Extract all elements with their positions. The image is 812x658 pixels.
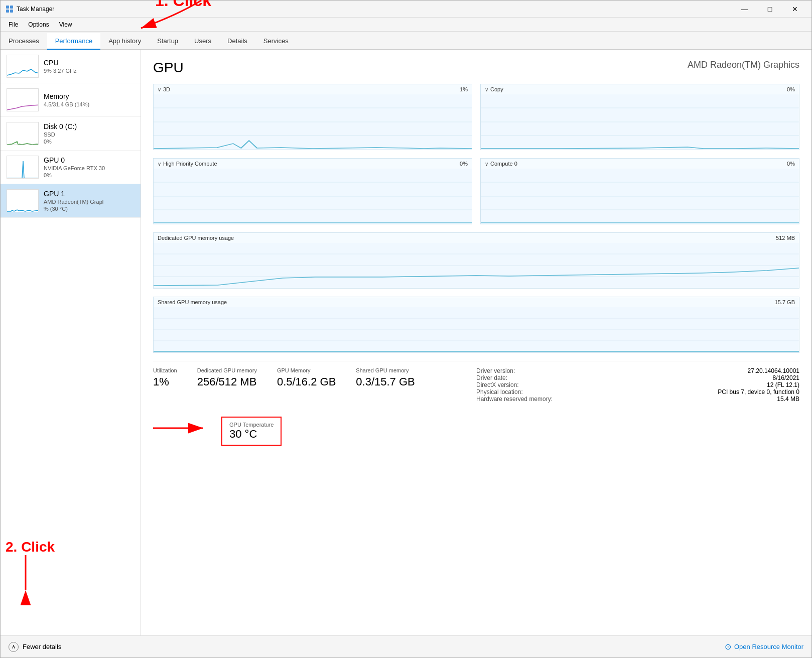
driver-row-3: Physical location: PCI bus 7, device 0, … — [476, 388, 799, 396]
driver-key-0: Driver version: — [476, 367, 515, 374]
driver-key-4: Hardware reserved memory: — [476, 396, 553, 403]
close-button[interactable]: ✕ — [783, 2, 806, 16]
content-area: GPU AMD Radeon(TM) Graphics ∨ 3D 1% — [141, 50, 811, 635]
chart-c0-body — [481, 169, 799, 224]
gpu-title: GPU — [153, 60, 184, 76]
charts-row-2: ∨ High Priority Compute 0% — [153, 158, 799, 224]
sidebar-item-disk0[interactable]: Disk 0 (C:) SSD 0% — [1, 117, 141, 151]
chevron-down-icon: ∨ — [158, 87, 161, 92]
chart-copy-body — [481, 94, 799, 150]
driver-val-0: 27.20.14064.10001 — [748, 367, 799, 374]
disk0-sub1: SSD — [44, 131, 77, 138]
sidebar-item-gpu1[interactable]: GPU 1 AMD Radeon(TM) Grapl % (30 °C) — [1, 184, 141, 218]
chart-c0-label: ∨ Compute 0 0% — [481, 159, 799, 169]
title-bar-left: Task Manager — [6, 5, 54, 13]
sidebar-item-memory[interactable]: Memory 4.5/31.4 GB (14%) — [1, 83, 141, 117]
disk0-sub2: 0% — [44, 139, 77, 145]
chart-shared-body — [154, 307, 799, 352]
menu-options[interactable]: Options — [23, 19, 54, 30]
svg-rect-0 — [6, 6, 9, 9]
chart-hp-label: ∨ High Priority Compute 0% — [154, 159, 472, 169]
sidebar-item-cpu[interactable]: CPU 9% 3.27 GHz — [1, 50, 141, 83]
chart-copy-name: Copy — [490, 86, 503, 92]
svg-rect-8 — [7, 122, 39, 145]
menu-file[interactable]: File — [4, 19, 23, 30]
stat-gmem-label: GPU Memory — [277, 367, 336, 373]
gpu1-info: GPU 1 AMD Radeon(TM) Grapl % (30 °C) — [44, 190, 103, 212]
title-bar: Task Manager 1. Click — □ ✕ — [1, 1, 811, 18]
sidebar-item-gpu0[interactable]: GPU 0 NVIDIA GeForce RTX 30 0% — [1, 151, 141, 184]
app-icon — [6, 5, 14, 13]
open-resource-monitor-link[interactable]: Open Resource Monitor — [734, 643, 803, 650]
chart-3d-body — [154, 94, 472, 150]
stats-section: Utilization 1% Dedicated GPU memory 256/… — [153, 361, 799, 403]
chevron-up-icon: ∧ — [9, 642, 19, 652]
svg-rect-10 — [7, 190, 39, 212]
stat-util-value: 1% — [153, 375, 177, 388]
annotation-click2: 2. Click — [6, 539, 55, 555]
stat-utilization: Utilization 1% — [153, 367, 177, 403]
monitor-icon: ⊙ — [725, 642, 731, 651]
chart-hp-name: High Priority Compute — [163, 161, 217, 167]
stat-util-label: Utilization — [153, 367, 177, 373]
annotation-click1: 1. Click — [155, 0, 211, 10]
gpu0-info: GPU 0 NVIDIA GeForce RTX 30 0% — [44, 156, 105, 178]
driver-key-3: Physical location: — [476, 388, 523, 396]
sidebar: 2. Click — [1, 50, 141, 635]
cpu-info: CPU 9% 3.27 GHz — [44, 59, 76, 74]
svg-rect-7 — [7, 89, 39, 111]
stat-shared-mem: Shared GPU memory 0.3/15.7 GB — [356, 367, 415, 403]
svg-rect-3 — [10, 10, 13, 13]
driver-row-2: DirectX version: 12 (FL 12.1) — [476, 381, 799, 388]
bottom-bar: ∧ Fewer details ⊙ Open Resource Monitor — [1, 635, 811, 657]
cpu-thumb — [7, 55, 39, 78]
tab-users[interactable]: Users — [186, 33, 219, 50]
task-manager-window: Task Manager 1. Click — □ ✕ File Options — [0, 0, 812, 658]
stat-ded-label: Dedicated GPU memory — [197, 367, 257, 373]
fewer-details-btn[interactable]: ∧ Fewer details — [9, 642, 61, 652]
stat-dedicated-mem: Dedicated GPU memory 256/512 MB — [197, 367, 257, 403]
driver-row-0: Driver version: 27.20.14064.10001 — [476, 367, 799, 374]
main-content: 2. Click — [1, 50, 811, 635]
driver-row-4: Hardware reserved memory: 15.4 MB — [476, 396, 799, 403]
menu-view[interactable]: View — [54, 19, 77, 30]
window-title: Task Manager — [17, 6, 54, 13]
minimize-button[interactable]: — — [733, 2, 756, 16]
chart-c0-pct: 0% — [787, 161, 795, 167]
chart-shared-gpu-mem: Shared GPU memory usage 15.7 GB — [153, 297, 799, 353]
tab-bar: Processes Performance App history Startu… — [1, 32, 811, 50]
chart-3d-label: ∨ 3D 1% — [154, 84, 472, 94]
memory-thumb — [7, 88, 39, 111]
open-resource-monitor-section: ⊙ Open Resource Monitor — [725, 642, 803, 651]
disk0-info: Disk 0 (C:) SSD 0% — [44, 122, 77, 145]
tab-startup[interactable]: Startup — [149, 33, 186, 50]
driver-key-2: DirectX version: — [476, 381, 519, 388]
tab-app-history[interactable]: App history — [100, 33, 149, 50]
stats-left: Utilization 1% Dedicated GPU memory 256/… — [153, 367, 476, 403]
tab-services[interactable]: Services — [255, 33, 297, 50]
tab-processes[interactable]: Processes — [1, 33, 47, 50]
tab-details[interactable]: Details — [219, 33, 255, 50]
gpu-temp-section: GPU Temperature 30 °C — [153, 411, 799, 446]
chart-hp-body — [154, 169, 472, 224]
gpu1-label: GPU 1 — [44, 190, 103, 198]
tab-performance[interactable]: Performance — [47, 33, 100, 50]
driver-info-section: Driver version: 27.20.14064.10001 Driver… — [476, 367, 799, 403]
gpu0-sub2: 0% — [44, 172, 105, 178]
driver-val-4: 15.4 MB — [777, 396, 799, 403]
gpu-temp-label: GPU Temperature — [229, 422, 274, 428]
stat-gpu-memory: GPU Memory 0.5/16.2 GB — [277, 367, 336, 403]
driver-key-1: Driver date: — [476, 374, 507, 381]
chart-shared-label: Shared GPU memory usage 15.7 GB — [154, 297, 799, 307]
svg-rect-1 — [10, 6, 13, 9]
chart-shared-name: Shared GPU memory usage — [158, 299, 227, 305]
chart-shared-value: 15.7 GB — [775, 299, 795, 305]
chart-compute0: ∨ Compute 0 0% — [480, 158, 799, 224]
title-controls: — □ ✕ — [733, 2, 806, 16]
maximize-button[interactable]: □ — [758, 2, 781, 16]
stat-smem-value: 0.3/15.7 GB — [356, 375, 415, 388]
chart-dedicated-label: Dedicated GPU memory usage 512 MB — [154, 233, 799, 243]
gpu1-sub2: % (30 °C) — [44, 206, 103, 212]
cpu-label: CPU — [44, 59, 76, 67]
chart-3d: ∨ 3D 1% — [153, 84, 472, 150]
